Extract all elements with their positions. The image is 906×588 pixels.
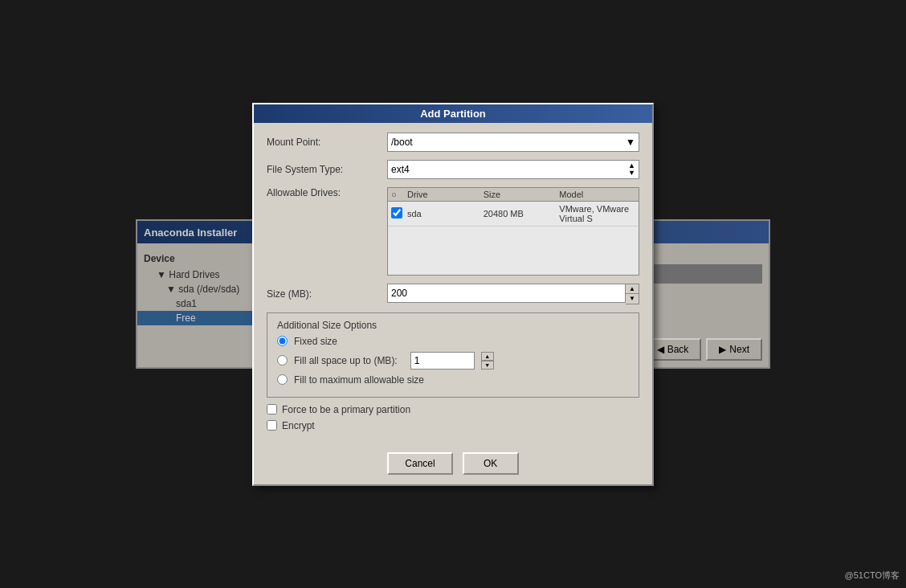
size-spinner-buttons: ▲ ▼ <box>626 284 639 304</box>
mount-point-control: /boot ▼ <box>387 133 639 152</box>
fixed-size-row: Fixed size <box>277 336 629 347</box>
fill-max-radio[interactable] <box>277 374 288 385</box>
dropdown-icon: ▼ <box>626 137 635 148</box>
drive-model: VMware, VMware Virtual S <box>559 204 635 223</box>
fs-type-control: ext4 ▲▼ <box>387 160 639 179</box>
size-decrement-button[interactable]: ▼ <box>626 294 639 304</box>
fill-up-to-input[interactable] <box>410 352 475 370</box>
mount-point-value: /boot <box>391 137 413 148</box>
col-drive: Drive <box>407 190 484 199</box>
main-window: Anaconda Installer Device ▼ Hard Drives … <box>136 219 770 369</box>
size-control: ▲ ▼ <box>387 284 639 304</box>
fs-type-select[interactable]: ext4 ▲▼ <box>387 160 639 179</box>
mount-point-label: Mount Point: <box>267 137 387 148</box>
mount-point-row: Mount Point: /boot ▼ <box>267 133 639 152</box>
modal-body: Mount Point: /boot ▼ File System Type: e… <box>254 123 652 446</box>
force-primary-checkbox[interactable] <box>267 404 277 414</box>
modal-title: Add Partition <box>254 104 652 123</box>
allowable-drives-control: ○ Drive Size Model sda 20480 MB <box>387 187 639 276</box>
allowable-drives-row: Allowable Drives: ○ Drive Size Model <box>267 187 639 276</box>
force-primary-row: Force to be a primary partition <box>267 404 639 415</box>
fill-up-to-label: Fill all space up to (MB): <box>294 355 398 366</box>
drives-table-header: ○ Drive Size Model <box>388 188 639 202</box>
size-increment-button[interactable]: ▲ <box>626 284 639 294</box>
drives-table: ○ Drive Size Model sda 20480 MB <box>387 187 639 276</box>
drive-checkbox[interactable] <box>391 207 407 220</box>
spinner-up-icon: ▲▼ <box>628 162 635 177</box>
size-spinner-field: ▲ ▼ <box>387 284 639 304</box>
drive-size: 20480 MB <box>484 209 560 218</box>
additional-size-options: Additional Size Options Fixed size Fill … <box>267 312 639 398</box>
size-input[interactable] <box>387 284 626 303</box>
col-size: Size <box>484 190 560 199</box>
modal-overlay: Add Partition Mount Point: /boot ▼ File … <box>137 221 769 367</box>
add-partition-modal: Add Partition Mount Point: /boot ▼ File … <box>252 103 654 486</box>
watermark: @51CTO博客 <box>845 570 900 582</box>
mount-point-select[interactable]: /boot ▼ <box>387 133 639 152</box>
cancel-button[interactable]: Cancel <box>387 452 452 475</box>
fill-up-spinner: ▲ ▼ <box>481 352 494 370</box>
fs-type-value: ext4 <box>391 164 410 175</box>
ok-button[interactable]: OK <box>463 452 519 475</box>
drive-row-sda[interactable]: sda 20480 MB VMware, VMware Virtual S <box>388 202 639 227</box>
fill-max-row: Fill to maximum allowable size <box>277 374 629 386</box>
fill-up-decrement[interactable]: ▼ <box>481 361 494 370</box>
fill-up-to-row: Fill all space up to (MB): ▲ ▼ <box>277 352 629 370</box>
allowable-drives-label: Allowable Drives: <box>267 187 387 198</box>
fill-up-increment[interactable]: ▲ <box>481 352 494 361</box>
modal-footer: Cancel OK <box>254 446 652 484</box>
col-radio: ○ <box>391 190 407 199</box>
fixed-size-radio[interactable] <box>277 336 288 346</box>
encrypt-checkbox[interactable] <box>267 420 277 431</box>
encrypt-row: Encrypt <box>267 420 639 431</box>
encrypt-label: Encrypt <box>282 420 315 431</box>
drive-name: sda <box>407 209 484 218</box>
size-row: Size (MB): ▲ ▼ <box>267 284 639 304</box>
drive-check-sda[interactable] <box>391 207 402 218</box>
col-model: Model <box>559 190 635 199</box>
fill-up-to-radio[interactable] <box>277 355 288 365</box>
additional-options-title: Additional Size Options <box>277 320 629 331</box>
drives-table-empty <box>388 227 639 275</box>
force-primary-label: Force to be a primary partition <box>282 404 410 415</box>
fs-type-label: File System Type: <box>267 164 387 175</box>
fill-max-label: Fill to maximum allowable size <box>294 374 424 386</box>
size-label: Size (MB): <box>267 288 387 300</box>
fixed-size-label: Fixed size <box>294 336 337 347</box>
fs-type-row: File System Type: ext4 ▲▼ <box>267 160 639 179</box>
